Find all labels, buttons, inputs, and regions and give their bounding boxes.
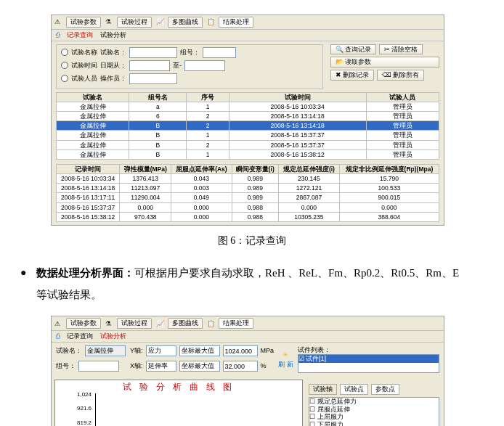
warning-icon: ⚠ (54, 18, 62, 25)
tab-result[interactable]: 结果处理 (219, 318, 253, 329)
table-row[interactable]: 金属拉伸622008-5-16 13:14:18管理员 (57, 111, 439, 120)
delete-all-icon: ⌫ (382, 71, 391, 79)
testname-input[interactable] (129, 47, 177, 58)
curve-svg (96, 393, 295, 426)
tab-multichart[interactable]: 多图曲线 (168, 17, 203, 28)
date-from-label: 日期从： (100, 62, 126, 70)
param-item[interactable]: 下屈服力 (309, 421, 439, 426)
radio-by-name[interactable] (61, 49, 68, 56)
fig7-main-area: 试 验 分 析 曲 线 图 最大力(Fm) 17.79, 632.8 应力(MP… (52, 377, 444, 426)
sun-icon: ☀ (283, 351, 288, 359)
subtab-analysis[interactable]: 试验分析 (100, 332, 126, 340)
y-tick: 1,024 (77, 391, 92, 398)
tab-multichart[interactable]: 多图曲线 (168, 318, 203, 329)
yaxis-select[interactable] (146, 345, 176, 356)
table-header: 规定非比例延伸强度(Rp)(Mpa) (339, 164, 439, 173)
operator-label: 操作员： (100, 75, 126, 83)
table-row[interactable]: 2008-5-16 13:17:1111290.0040.0490.989286… (57, 193, 439, 202)
params-listbox[interactable]: 规定总延伸力屈服点延伸上屈服力下屈服力最大力(Fm)最大力(Fm) 非比例伸长最… (309, 397, 439, 426)
table-header: 屈服点延伸率(As) (171, 164, 232, 173)
chart-icon: 📈 (156, 320, 163, 327)
mini-tab-param[interactable]: 参数点 (371, 384, 399, 395)
param-item[interactable]: 上屈服力 (309, 413, 439, 421)
table-row[interactable]: 金属拉伸B12008-5-16 15:38:12管理员 (57, 149, 439, 159)
fig7-top-form: 试验名： 组号： Y轴: MPa X轴: % (52, 343, 444, 377)
table-header: 瞬间变形量(i) (232, 164, 278, 173)
xmax-input[interactable] (223, 361, 258, 372)
chart-plot[interactable]: 最大力(Fm) 17.79, 632.8 (95, 393, 295, 426)
y-tick: 921.6 (77, 406, 92, 413)
table-header: 弹性模量(MPa) (120, 164, 171, 173)
tab-result[interactable]: 结果处理 (219, 17, 253, 28)
tab-params[interactable]: 试验参数 (66, 318, 101, 329)
refresh-link[interactable]: 刷 新 (278, 361, 293, 369)
specimen-listbox[interactable]: 试件[1] (298, 354, 439, 373)
date-to-input[interactable] (184, 60, 225, 71)
records-table[interactable]: 试验名组号名序号试验时间试验人员 金属拉伸a12008-5-16 10:03:3… (56, 92, 439, 160)
delete-record-button[interactable]: ✖删除记录 (330, 70, 374, 81)
fig7-right-panel: 试验轴 试验点 参数点 规定总延伸力屈服点延伸上屈服力下屈服力最大力(Fm)最大… (303, 377, 444, 426)
para-lead: 数据处理分析界面： (36, 266, 134, 279)
table-header: 组号名 (129, 92, 187, 102)
table-header: 序号 (187, 92, 229, 102)
table-row[interactable]: 金属拉伸B22008-5-16 15:37:37管理员 (57, 140, 439, 149)
data-processing-paragraph: ● 数据处理分析界面：可根据用户要求自动求取，ReH 、ReL、Fm、Rp0.2… (36, 262, 475, 306)
fig6-query-panel: 试验名称 试验名： 组号： 试验时间 日期从： 至- 试验人员 (52, 41, 444, 225)
table-row[interactable]: 金属拉伸B22008-5-16 13:14:18管理员 (57, 121, 439, 131)
y-tick: 819.2 (77, 419, 92, 426)
flask-icon: ⚗ (105, 18, 113, 25)
xaxis-select[interactable] (146, 361, 176, 372)
table-header: 规定总延伸强度(i) (279, 164, 340, 173)
testname-input[interactable] (85, 345, 126, 356)
table-header: 记录时间 (57, 164, 120, 173)
subtab-analysis[interactable]: 试验分析 (100, 31, 126, 39)
spec-list-label: 试件列表： (298, 346, 439, 354)
radio-by-person[interactable] (61, 75, 68, 82)
query-button[interactable]: 🔍查询记录 (330, 44, 376, 55)
fig7-main-tabs: ⚠ 试验参数 ⚗ 试验过程 📈 多图曲线 📋 结果处理 (52, 316, 444, 331)
fig6-window: ⚠ 试验参数 ⚗ 试验过程 📈 多图曲线 📋 结果处理 ⎙ 记录查询 试验分析 … (51, 15, 444, 226)
ymax-input[interactable] (223, 345, 258, 356)
table-row[interactable]: 金属拉伸a12008-5-16 10:03:34管理员 (57, 102, 439, 111)
criteria-date-label: 试验时间 (71, 62, 97, 70)
date-from-input[interactable] (129, 60, 170, 71)
ymode-select[interactable] (179, 345, 220, 356)
xmode-select[interactable] (179, 361, 220, 372)
tab-params[interactable]: 试验参数 (66, 17, 101, 28)
mini-tab-point[interactable]: 试验点 (340, 384, 368, 395)
param-item[interactable]: 规定总延伸力 (309, 398, 439, 406)
tab-process[interactable]: 试验过程 (117, 17, 152, 28)
param-item[interactable]: 屈服点延伸 (309, 406, 439, 414)
subtab-query[interactable]: 记录查询 (67, 332, 93, 340)
table-row[interactable]: 金属拉伸B12008-5-16 15:37:37管理员 (57, 131, 439, 140)
analysis-chart[interactable]: 试 验 分 析 曲 线 图 最大力(Fm) 17.79, 632.8 应力(MP… (54, 380, 303, 426)
specimen-item[interactable]: 试件[1] (298, 355, 439, 363)
clear-button[interactable]: ✂清除空格 (379, 44, 423, 55)
subtab-query[interactable]: 记录查询 (67, 31, 93, 39)
chart-title: 试 验 分 析 曲 线 图 (55, 380, 302, 392)
delete-all-button[interactable]: ⌫删除所有 (377, 70, 424, 81)
load-params-button[interactable]: 📂读取参数 (330, 57, 439, 67)
testname-label: 试验名： (56, 347, 82, 355)
table-header: 试验人员 (366, 92, 439, 102)
yaxis-label: Y轴: (130, 347, 143, 355)
x-unit: % (261, 362, 267, 370)
radio-by-date[interactable] (61, 62, 68, 69)
table-row[interactable]: 2008-5-16 15:38:12970.4380.0000.98810305… (57, 212, 439, 221)
para-body-a: 可根据用户要求自动求取， (134, 267, 265, 279)
to-label: 至- (173, 62, 182, 70)
mini-tab-axis[interactable]: 试验轴 (309, 384, 337, 395)
group-input[interactable] (203, 47, 236, 58)
table-row[interactable]: 2008-5-16 10:03:341376.4130.0430.989230.… (57, 174, 439, 184)
table-row[interactable]: 2008-5-16 15:37:370.0000.0000.9880.0000.… (57, 202, 439, 212)
table-row[interactable]: 2008-5-16 13:14:1811213.0970.0030.989127… (57, 184, 439, 193)
group-input[interactable] (78, 361, 119, 372)
result-icon: 📋 (207, 320, 214, 327)
fig6-main-tabs: ⚠ 试验参数 ⚗ 试验过程 📈 多图曲线 📋 结果处理 (52, 15, 444, 30)
eraser-icon: ✂ (384, 46, 390, 54)
operator-input[interactable] (129, 73, 177, 84)
tab-process[interactable]: 试验过程 (117, 318, 152, 329)
results-table[interactable]: 记录时间弹性模量(MPa)屈服点延伸率(As)瞬间变形量(i)规定总延伸强度(i… (56, 164, 439, 222)
warning-icon: ⚠ (54, 320, 62, 327)
xaxis-label: X轴: (130, 362, 143, 370)
